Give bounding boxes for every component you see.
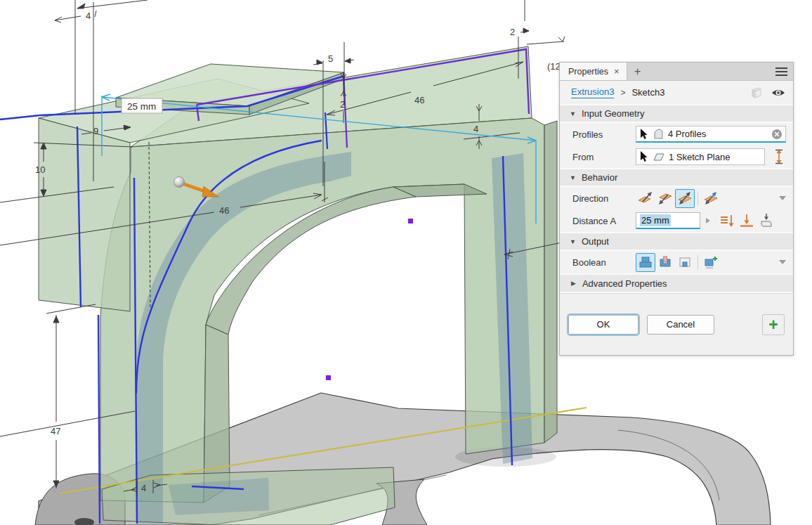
section-advanced-properties[interactable]: ▶ Advanced Properties [560,273,793,293]
breadcrumb: Extrusion3 > Sketch3 [560,81,793,104]
manipulator-sphere [174,177,185,188]
expand-triangle-icon: ▶ [571,280,576,287]
sketch-point[interactable] [408,219,413,223]
distance-expander-icon[interactable] [706,218,710,223]
boolean-join-button[interactable] [636,253,655,272]
extent-through-all-button[interactable] [717,212,737,231]
dimension-label: 4 [473,124,478,134]
boolean-label: Boolean [572,257,636,268]
cancel-button[interactable]: Cancel [647,315,714,335]
boolean-new-solid-button[interactable] [701,253,721,272]
close-tab-icon[interactable]: × [614,66,620,77]
dimension-label: 46 [219,205,229,216]
breadcrumb-sketch[interactable]: Sketch3 [631,87,664,98]
extent-to-button[interactable] [737,212,757,231]
boolean-cut-button[interactable] [655,253,675,272]
collapse-triangle-icon: ▼ [570,110,576,117]
flip-direction-icon[interactable] [772,149,786,164]
add-tab-button[interactable]: + [627,63,648,80]
collapse-triangle-icon: ▼ [570,238,576,245]
from-field[interactable]: 1 Sketch Plane [636,148,765,165]
direction-asymmetric-button[interactable] [701,189,721,208]
panel-footer: OK Cancel + [560,293,793,355]
sketch-point[interactable] [326,375,331,380]
profiles-value: 4 Profiles [668,129,706,139]
section-advanced-label: Advanced Properties [582,278,667,289]
clear-selection-icon[interactable] [771,129,782,140]
dimension-label: 5 [328,53,333,64]
ok-button[interactable]: OK [568,315,639,335]
section-output[interactable]: ▼ Output [560,232,793,251]
dimension-label: 4 [86,11,91,21]
dimension-label: 2 [340,99,345,110]
tabbar-spacer [648,63,769,80]
direction-default-button[interactable] [636,189,655,208]
distance-tooltip: 25 mm [122,98,162,113]
dimension-label: 2 [510,27,515,37]
panel-tabbar: Properties × + [560,63,793,81]
app-stage: 4 5 2 46 2 (12) 9 10 46 [0,0,812,525]
section-behavior-label: Behavior [582,172,617,183]
breadcrumb-separator: > [620,88,625,98]
boolean-row: Boolean [560,251,793,273]
boolean-dropdown-caret[interactable] [779,260,786,264]
section-output-label: Output [582,236,609,247]
breadcrumb-feature-link[interactable]: Extrusion3 [571,86,614,98]
profile-icon [653,129,664,140]
dimension-label: 4 [141,483,146,493]
dimension-label: 10 [35,164,45,175]
profiles-label: Profiles [572,129,636,140]
distance-tooltip-text: 25 mm [127,101,156,112]
panel-menu-icon[interactable] [769,63,793,80]
section-input-geometry-label: Input Geometry [582,108,645,119]
properties-panel: Properties × + Extrusion3 > Sketch3 ▼ [559,62,794,356]
direction-flipped-button[interactable] [655,189,675,208]
tab-properties-label: Properties [568,67,608,77]
direction-row: Direction [560,187,793,209]
section-behavior[interactable]: ▼ Behavior [560,168,793,187]
tab-properties[interactable]: Properties × [560,63,627,80]
direction-dropdown-caret[interactable] [779,196,786,200]
boolean-intersect-button[interactable] [675,253,695,272]
section-input-geometry[interactable]: ▼ Input Geometry [560,104,793,123]
select-cursor-icon [640,151,649,162]
from-row: From 1 Sketch Plane [560,145,793,168]
sketch-plane-icon [653,152,665,162]
distance-input[interactable]: 25 mm [636,212,700,229]
profiles-field[interactable]: 4 Profiles [636,126,786,143]
add-feature-button[interactable]: + [762,314,785,335]
from-label: From [572,152,636,162]
preview-cube-icon[interactable] [749,86,764,100]
from-value: 1 Sketch Plane [669,152,730,162]
dimension-label: 47 [51,426,60,436]
distance-label: Distance A [572,216,636,226]
divider [698,255,698,269]
dimension-label: 46 [414,95,424,105]
profiles-row: Profiles 4 Profiles [560,123,793,145]
distance-value: 25 mm [640,214,671,226]
collapse-triangle-icon: ▼ [570,174,576,181]
dimension-label: 9 [93,126,98,136]
direction-symmetric-button[interactable] [675,189,695,208]
distance-row: Distance A 25 mm [560,209,793,232]
direction-label: Direction [572,193,636,204]
extent-to-face-button[interactable] [757,212,776,231]
visibility-eye-icon[interactable] [771,86,786,99]
select-cursor-icon [640,129,649,140]
divider [698,191,698,205]
